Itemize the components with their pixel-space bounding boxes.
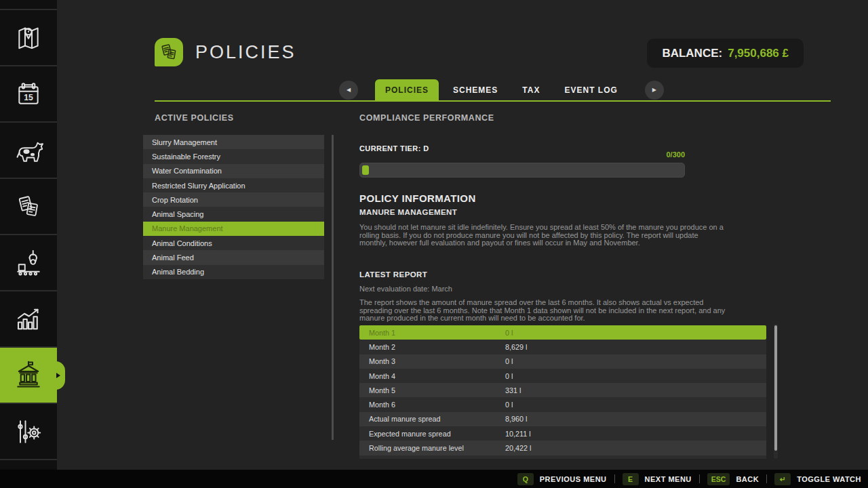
report-row-label: Month 4 [359,372,505,380]
report-row-label: Actual manure spread [359,415,505,423]
sidebar-item-map[interactable] [0,9,57,65]
report-row-value: 0 l [505,357,766,365]
policy-description: You should not let manure sit idle indef… [359,224,726,247]
report-table-row[interactable]: Month 60 l [359,397,766,411]
tabs-previous-button[interactable]: ◀ [339,81,358,100]
sidebar-item-policies-bank[interactable] [0,346,57,403]
tab-tax[interactable]: TAX [512,79,550,100]
report-table-row[interactable]: Rating0 [359,455,766,459]
report-row-label: Month 3 [359,357,505,365]
sidebar-filler [0,459,57,468]
balance-value: 7,950,686 £ [728,47,789,60]
report-table-row[interactable]: Rolling average manure level20,422 l [359,441,766,455]
report-table-row[interactable]: Expected manure spread10,211 l [359,426,766,441]
sidebar-item-calendar[interactable]: 15 [0,65,57,121]
compliance-progress-value: 0/300 [359,150,685,159]
policy-list-item[interactable]: Animal Spacing [143,207,324,221]
key-badge: E [623,473,639,485]
key-badge: ESC [707,473,730,485]
bank-building-icon [12,359,45,392]
report-row-value: 20,422 l [505,444,766,452]
report-row-label: Expected manure spread [359,430,505,438]
report-row-value: 10,211 l [505,430,766,438]
sidebar-item-contracts[interactable] [0,178,57,234]
chevron-right-icon: ▶ [652,87,656,93]
statistics-chart-icon [12,303,45,336]
report-row-value: 0 [505,458,766,459]
sidebar-item-partial[interactable] [0,0,57,9]
hint-label: BACK [736,475,759,483]
latest-report-heading: LATEST REPORT [359,270,427,279]
input-hints-bar: QPREVIOUS MENUENEXT MENUESCBACK↵TOGGLE W… [0,470,868,488]
map-icon [13,22,44,54]
cow-icon [12,134,45,167]
report-row-label: Rolling average manure level [359,444,505,452]
balance-badge: BALANCE: 7,950,686 £ [647,39,804,68]
input-hint: ESCBACK [707,473,759,485]
report-table-row[interactable]: Month 10 l [359,325,766,340]
tabs-next-button[interactable]: ▶ [645,81,664,100]
report-table-row[interactable]: Month 40 l [359,369,766,383]
policy-list-item[interactable]: Sustainable Forestry [143,149,324,163]
page-title: POLICIES [195,42,296,63]
report-row-label: Month 6 [359,401,505,409]
calendar-day: 15 [24,93,33,102]
tab-policies[interactable]: POLICIES [375,79,439,100]
policy-list-item-label: Slurry Management [152,138,217,146]
report-row-value: 331 l [505,386,766,394]
compliance-progress-fill [362,165,369,175]
policy-list-item[interactable]: Animal Conditions [143,236,324,250]
sidebar-item-production[interactable] [0,234,57,290]
policy-list-item[interactable]: Animal Feed [143,250,324,264]
key-badge: ↵ [774,473,791,485]
sidebar-item-statistics[interactable] [0,290,57,346]
report-table-row[interactable]: Actual manure spread8,960 l [359,412,766,426]
active-policies-scrollbar[interactable] [332,135,334,440]
policy-list-item[interactable]: Crop Rotation [143,192,324,207]
policy-list-item-label: Manure Management [152,224,223,232]
chevron-left-icon: ◀ [347,87,351,93]
report-row-value: 0 l [505,329,766,337]
report-table: Month 10 lMonth 28,629 lMonth 30 lMonth … [359,325,766,459]
report-table-row[interactable]: Month 30 l [359,354,766,369]
report-row-label: Month 2 [359,343,505,351]
hint-separator [614,474,615,483]
input-hint: ↵TOGGLE WATCH [774,473,861,485]
policy-name-heading: MANURE MANAGEMENT [359,208,457,216]
policy-list-item-label: Animal Spacing [152,210,203,218]
next-evaluation-date: Next evaluation date: March [359,285,452,293]
page-header: POLICIES [155,38,296,66]
policy-list-item[interactable]: Slurry Management [143,135,324,149]
report-description: The report shows the amount of manure sp… [359,299,726,323]
report-table-row[interactable]: Month 28,629 l [359,340,766,354]
report-row-value: 0 l [505,401,766,409]
policies-screen: 15 [0,0,868,488]
hint-label: PREVIOUS MENU [540,475,607,483]
input-hint: QPREVIOUS MENU [517,473,607,485]
report-row-label: Month 1 [359,329,505,337]
sidebar-menu: 15 [0,0,57,470]
documents-icon [13,191,44,222]
tab-event-log[interactable]: EVENT LOG [554,79,627,100]
input-hint: ENEXT MENU [623,473,692,485]
policy-list-item-label: Sustainable Forestry [152,152,220,161]
report-table-scrollbar-thumb[interactable] [774,325,777,451]
tab-strip: POLICIESSCHEMESTAXEVENT LOG [373,79,630,100]
report-table-row[interactable]: Month 5331 l [359,383,766,397]
hint-separator [699,474,700,483]
sidebar-item-animals[interactable] [0,121,57,178]
report-row-label: Month 5 [359,386,505,394]
sidebar-item-settings[interactable] [0,403,57,459]
policy-list-item[interactable]: Manure Management [143,222,324,236]
calendar-icon: 15 [13,79,44,110]
policy-list-item[interactable]: Animal Bedding [143,265,324,279]
report-row-value: 8,629 l [505,343,766,351]
report-row-label: Rating [359,458,505,459]
hint-label: NEXT MENU [645,475,692,483]
tab-underline [155,100,831,102]
policy-information-heading: POLICY INFORMATION [359,192,476,204]
settings-sliders-gear-icon [12,415,45,448]
policy-list-item[interactable]: Restricted Slurry Application [143,178,324,192]
tab-schemes[interactable]: SCHEMES [443,79,508,100]
policy-list-item[interactable]: Water Contamination [143,164,324,178]
